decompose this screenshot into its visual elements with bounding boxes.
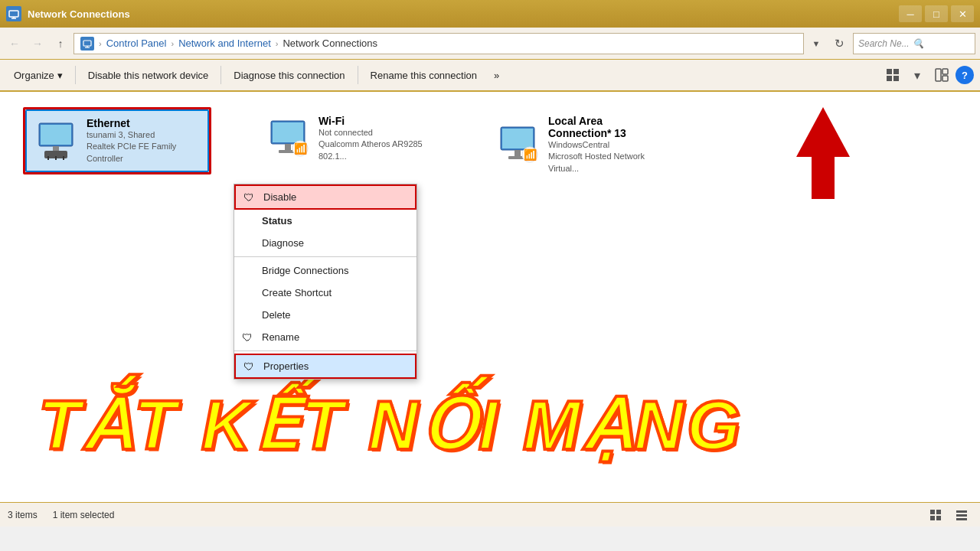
view-options-button[interactable] <box>882 64 903 86</box>
svg-rect-35 <box>930 516 935 520</box>
status-bar: 3 items 1 item selected <box>0 502 980 527</box>
breadcrumb-network-connections: Network Connections <box>283 37 377 49</box>
ethernet-row: Ethernet tsunami 3, Shared Realtek PCIe … <box>33 117 201 165</box>
network-item-ethernet[interactable]: Ethernet tsunami 3, Shared Realtek PCIe … <box>25 109 209 172</box>
status-view-list-button[interactable] <box>951 504 972 526</box>
network-item-local[interactable]: 📶 Local Area Connection* 13 WindowsCentr… <box>487 107 671 182</box>
local-info: Local Area Connection* 13 WindowsCentral… <box>548 115 663 174</box>
arrow-head <box>796 107 850 157</box>
ctx-shortcut[interactable]: Create Shortcut <box>234 282 416 304</box>
search-icon: 🔍 <box>913 38 924 49</box>
toolbar-separator-3 <box>358 66 358 84</box>
breadcrumb-network-internet[interactable]: Network and Internet <box>178 37 271 49</box>
local-desc1: WindowsCentral <box>548 139 663 151</box>
svg-rect-11 <box>942 69 948 74</box>
svg-rect-22 <box>273 122 303 142</box>
back-button[interactable]: ← <box>5 34 24 54</box>
help-button[interactable]: ? <box>956 66 974 84</box>
context-menu: 🛡 Disable Status Diagnose Bridge Conn­ec… <box>234 184 417 380</box>
minimize-button[interactable]: ─ <box>899 5 922 22</box>
diagnose-button[interactable]: Diagnose this connection <box>226 63 352 87</box>
wifi-desc1: Not connected <box>318 127 433 139</box>
svg-text:📶: 📶 <box>524 148 537 161</box>
disable-network-button[interactable]: Disable this network device <box>80 63 217 87</box>
organize-arrow: ▾ <box>57 70 63 81</box>
wifi-row: 📶 Wi-Fi Not connected Qualcomm Atheros A… <box>265 115 433 162</box>
wifi-name: Wi-Fi <box>318 115 433 127</box>
local-icon-container: 📶 <box>495 126 541 164</box>
breadcrumb-control-panel[interactable]: Control Panel <box>106 37 167 49</box>
disable-shield-icon: 🛡 <box>243 191 254 204</box>
svg-rect-34 <box>936 510 941 514</box>
maximize-button[interactable]: □ <box>925 5 948 22</box>
organize-label: Organize <box>14 70 54 81</box>
rename-label: Rename this connection <box>371 70 477 81</box>
selected-count: 1 item selected <box>53 510 115 520</box>
svg-rect-23 <box>285 144 291 150</box>
forward-button[interactable]: → <box>28 34 47 54</box>
svg-rect-8 <box>887 76 892 81</box>
ctx-rename[interactable]: 🛡 Rename <box>234 326 416 348</box>
window-title: Network Connections <box>28 8 899 20</box>
breadcrumb-icon <box>80 37 94 51</box>
address-path[interactable]: › Control Panel › Network and Internet ›… <box>74 33 804 54</box>
toolbar-separator-1 <box>75 66 76 84</box>
svg-rect-29 <box>514 150 521 156</box>
svg-rect-28 <box>502 129 533 148</box>
ctx-properties-label: Properties <box>263 360 309 372</box>
ctx-disable[interactable]: 🛡 Disable <box>234 184 416 210</box>
ctx-disable-label: Disable <box>263 191 296 203</box>
rename-button[interactable]: Rename this connection <box>363 63 485 87</box>
ctx-sep-2 <box>234 350 416 351</box>
toolbar-right: ▾ ? <box>882 64 974 86</box>
ctx-diagnose-label: Diagnose <box>262 237 304 249</box>
ctx-delete-label: Delete <box>262 309 291 321</box>
more-button[interactable]: » <box>486 63 507 87</box>
wifi-info: Wi-Fi Not connected Qualcomm Atheros AR9… <box>318 115 433 162</box>
svg-rect-6 <box>887 69 892 74</box>
svg-rect-9 <box>893 76 899 81</box>
ctx-diagnose[interactable]: Diagnose <box>234 232 416 254</box>
address-bar: ← → ↑ › Control Panel › Network and Inte… <box>0 28 980 60</box>
ethernet-icon-container <box>33 122 79 160</box>
ctx-properties[interactable]: 🛡 Properties <box>234 354 416 379</box>
disable-label: Disable this network device <box>88 70 209 81</box>
svg-rect-12 <box>942 76 948 81</box>
app-icon <box>6 6 21 21</box>
ethernet-desc1: tsunami 3, Shared <box>87 129 201 141</box>
arrow-body <box>812 157 835 199</box>
address-dropdown-button[interactable]: ▼ <box>807 34 825 53</box>
organize-button[interactable]: Organize ▾ <box>6 63 70 87</box>
ctx-sep-1 <box>234 256 416 257</box>
network-item-wifi[interactable]: 📶 Wi-Fi Not connected Qualcomm Atheros A… <box>257 107 441 170</box>
local-name: Local Area Connection* 13 <box>548 115 663 139</box>
overlay-text: TẮT KẾT NỐI MẠNG <box>38 385 743 465</box>
ctx-delete[interactable]: Delete <box>234 304 416 326</box>
items-count: 3 items <box>8 510 38 520</box>
local-row: 📶 Local Area Connection* 13 WindowsCentr… <box>495 115 663 174</box>
ctx-shortcut-label: Create Shortcut <box>262 287 332 298</box>
ctx-status[interactable]: Status <box>234 210 416 232</box>
svg-rect-3 <box>83 41 91 46</box>
svg-rect-37 <box>956 510 967 513</box>
red-arrow <box>796 107 850 199</box>
ctx-bridge[interactable]: Bridge Conn­ections <box>234 259 416 282</box>
refresh-button[interactable]: ↻ <box>828 33 850 54</box>
up-button[interactable]: ↑ <box>51 34 70 54</box>
rename-shield-icon: 🛡 <box>242 331 253 344</box>
svg-rect-0 <box>9 11 18 17</box>
svg-rect-10 <box>936 69 941 81</box>
wifi-desc2: Qualcomm Atheros AR9285 802.1... <box>318 139 433 162</box>
svg-rect-38 <box>956 514 967 517</box>
close-button[interactable]: ✕ <box>951 5 974 22</box>
toolbar-separator-2 <box>220 66 221 84</box>
status-view-grid-button[interactable] <box>925 504 946 526</box>
ctx-bridge-label: Bridge Conn­ections <box>262 265 348 276</box>
svg-rect-39 <box>956 518 967 520</box>
search-box[interactable]: Search Ne... 🔍 <box>853 33 975 54</box>
toolbar: Organize ▾ Disable this network device D… <box>0 60 980 92</box>
ethernet-desc2: Realtek PCIe FE Family Controller <box>87 141 201 165</box>
view-arrow-button[interactable]: ▾ <box>906 64 928 86</box>
layout-button[interactable] <box>931 64 952 86</box>
ethernet-info: Ethernet tsunami 3, Shared Realtek PCIe … <box>87 117 201 165</box>
